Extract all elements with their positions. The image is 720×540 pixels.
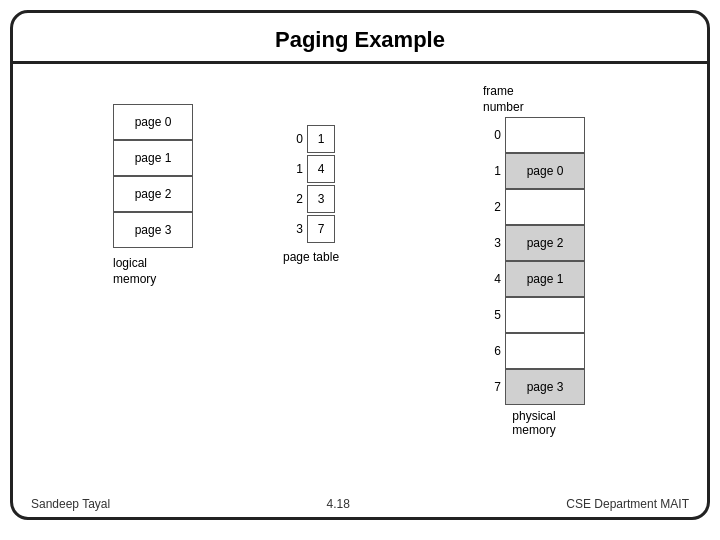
footer: Sandeep Tayal 4.18 CSE Department MAIT: [13, 491, 707, 517]
physical-frame-idx: 7: [483, 380, 501, 394]
physical-frame-row: 6: [483, 333, 585, 369]
physical-memory-label: physicalmemory: [483, 409, 585, 437]
physical-frame-cell: [505, 333, 585, 369]
physical-memory-section: frame number 01page 023page 24page 1567p…: [483, 84, 585, 437]
page-table-idx: 2: [283, 192, 303, 206]
footer-center: 4.18: [327, 497, 350, 511]
physical-frame-row: 0: [483, 117, 585, 153]
page-title: Paging Example: [275, 27, 445, 52]
logical-block: page 0: [113, 104, 193, 140]
page-table-row: 37: [283, 214, 339, 244]
page-table-row: 14: [283, 154, 339, 184]
main-container: Paging Example page 0page 1page 2page 3 …: [10, 10, 710, 520]
logical-block: page 3: [113, 212, 193, 248]
diagram-area: page 0page 1page 2page 3 logicalmemory 0…: [13, 74, 707, 484]
page-table-section: 01142337 page table: [283, 124, 339, 264]
physical-frame-row: 7page 3: [483, 369, 585, 405]
physical-frame-cell: page 1: [505, 261, 585, 297]
physical-frame-row: 4page 1: [483, 261, 585, 297]
physical-frame-idx: 5: [483, 308, 501, 322]
footer-left: Sandeep Tayal: [31, 497, 110, 511]
physical-frame-idx: 6: [483, 344, 501, 358]
page-table-cell: 3: [307, 185, 335, 213]
logical-memory-section: page 0page 1page 2page 3 logicalmemory: [113, 104, 193, 287]
page-table-cell: 7: [307, 215, 335, 243]
physical-frame-cell: [505, 117, 585, 153]
page-table-row: 01: [283, 124, 339, 154]
page-table-cell: 1: [307, 125, 335, 153]
footer-right: CSE Department MAIT: [566, 497, 689, 511]
physical-frame-idx: 4: [483, 272, 501, 286]
physical-frame-row: 2: [483, 189, 585, 225]
physical-frame-idx: 2: [483, 200, 501, 214]
physical-frame-row: 5: [483, 297, 585, 333]
logical-block: page 1: [113, 140, 193, 176]
page-table-idx: 1: [283, 162, 303, 176]
page-table-label: page table: [283, 250, 339, 264]
physical-frame-cell: [505, 297, 585, 333]
logical-block: page 2: [113, 176, 193, 212]
page-table-cell: 4: [307, 155, 335, 183]
physical-memory-rows: 01page 023page 24page 1567page 3: [483, 117, 585, 405]
physical-memory-header: frame number: [483, 84, 585, 115]
physical-frame-cell: page 3: [505, 369, 585, 405]
page-table-idx: 0: [283, 132, 303, 146]
physical-frame-idx: 0: [483, 128, 501, 142]
title-bar: Paging Example: [13, 13, 707, 64]
physical-frame-row: 1page 0: [483, 153, 585, 189]
physical-frame-cell: page 0: [505, 153, 585, 189]
page-table-rows: 01142337: [283, 124, 339, 244]
physical-frame-idx: 3: [483, 236, 501, 250]
logical-memory-label: logicalmemory: [113, 256, 193, 287]
logical-blocks: page 0page 1page 2page 3: [113, 104, 193, 248]
page-table-row: 23: [283, 184, 339, 214]
physical-frame-cell: [505, 189, 585, 225]
physical-frame-idx: 1: [483, 164, 501, 178]
page-table-idx: 3: [283, 222, 303, 236]
physical-frame-row: 3page 2: [483, 225, 585, 261]
physical-frame-cell: page 2: [505, 225, 585, 261]
